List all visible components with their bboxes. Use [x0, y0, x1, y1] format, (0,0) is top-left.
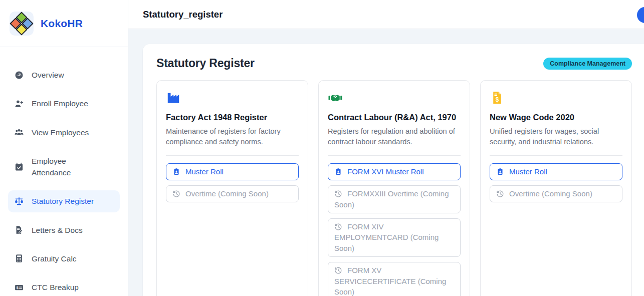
- user-plus-icon: [14, 99, 24, 109]
- file-signature-icon: [14, 225, 24, 235]
- history-icon: [334, 266, 342, 274]
- sidebar-item-overview[interactable]: Overview: [8, 64, 120, 86]
- compliance-management-badge: Compliance Management: [543, 58, 632, 70]
- sidebar-item-enroll-employee[interactable]: Enroll Employee: [8, 93, 120, 114]
- sidebar-item-view-employees[interactable]: View Employees: [8, 122, 120, 143]
- svg-text:$: $: [17, 286, 19, 290]
- gauge-icon: [14, 70, 24, 80]
- panel-title: Statutory Register: [156, 57, 255, 70]
- form-xvi-muster-roll-button[interactable]: FORM XVI Muster Roll: [328, 163, 461, 180]
- card-title: Factory Act 1948 Register: [166, 113, 299, 122]
- card-divider: [490, 155, 622, 156]
- sidebar-item-employee-attendance[interactable]: Employee Attendance: [8, 150, 120, 184]
- register-cards-grid: Factory Act 1948 RegisterMaintenance of …: [156, 80, 632, 296]
- button-label: Muster Roll: [185, 167, 224, 176]
- brand-name: KokoHR: [41, 18, 83, 30]
- content-area: Statutory Register Compliance Management…: [128, 29, 644, 296]
- sidebar-item-label: Statutory Register: [32, 195, 94, 207]
- sidebar-item-label: Overview: [32, 69, 64, 81]
- panel-header: Statutory Register Compliance Management: [156, 57, 632, 70]
- register-card-factory-act-1948-register: Factory Act 1948 RegisterMaintenance of …: [156, 80, 308, 296]
- muster-roll-button[interactable]: Muster Roll: [166, 163, 299, 180]
- sidebar-item-gratuity-calc[interactable]: Gratuity Calc: [8, 248, 120, 269]
- scale-icon: [14, 196, 24, 206]
- form-xv-servicecertificate-coming-soon-button: FORM XV SERVICECERTIFICATE (Coming Soon): [328, 262, 461, 296]
- card-divider: [328, 155, 461, 156]
- sidebar-item-statutory-register[interactable]: Statutory Register: [8, 190, 120, 212]
- statutory-register-panel: Statutory Register Compliance Management…: [143, 44, 644, 296]
- page-title: Statutory_register: [143, 9, 223, 20]
- card-title: New Wage Code 2020: [490, 113, 622, 122]
- sidebar-item-label: View Employees: [32, 127, 89, 138]
- sidebar-item-ctc-breakup[interactable]: $CTC Breakup: [8, 276, 120, 296]
- app-window: KokoHR OverviewEnroll EmployeeView Emplo…: [0, 0, 644, 296]
- invoice-dollar-icon: $: [490, 90, 622, 105]
- button-label: FORM XV SERVICECERTIFICATE (Coming Soon): [334, 266, 446, 296]
- user-avatar[interactable]: [637, 7, 644, 23]
- button-label: FORM XVI Muster Roll: [347, 167, 424, 176]
- sidebar-item-label: Employee Attendance: [32, 155, 82, 179]
- factory-icon: [166, 90, 299, 105]
- form-xiv-employmentcard-coming-soon-button: FORM XIV EMPLOYMENTCARD (Coming Soon): [328, 218, 461, 257]
- formxxiii-overtime-coming-soon-button: FORMXXIII Overtime (Coming Soon): [328, 185, 461, 213]
- id-badge-icon: [172, 168, 180, 176]
- sidebar-item-letters-docs[interactable]: Letters & Docs: [8, 219, 120, 241]
- register-card-new-wage-code-2020: $New Wage Code 2020Unified registers for…: [480, 80, 632, 296]
- card-description: Maintenance of registers for factory com…: [166, 126, 299, 147]
- card-actions: Muster RollOvertime (Coming Soon): [490, 163, 622, 202]
- kokohr-logo-icon: [9, 11, 34, 36]
- sidebar-item-label: CTC Breakup: [32, 281, 79, 293]
- button-label: Overtime (Coming Soon): [185, 189, 269, 198]
- money-check-icon: $: [14, 282, 24, 292]
- handshake-icon: [328, 90, 461, 105]
- history-icon: [334, 223, 342, 231]
- calculator-icon: [14, 253, 24, 263]
- button-label: Muster Roll: [509, 167, 547, 176]
- overtime-coming-soon-button: Overtime (Coming Soon): [490, 185, 622, 202]
- button-label: FORMXXIII Overtime (Coming Soon): [334, 189, 449, 209]
- card-divider: [166, 155, 299, 156]
- overtime-coming-soon-button: Overtime (Coming Soon): [166, 185, 299, 202]
- history-icon: [496, 190, 504, 198]
- main-area: Statutory_register Statutory Register Co…: [128, 0, 644, 296]
- card-description: Unified registers for wages, social secu…: [490, 126, 622, 147]
- history-icon: [172, 190, 180, 198]
- sidebar-nav: OverviewEnroll EmployeeView EmployeesEmp…: [0, 47, 128, 296]
- users-icon: [14, 127, 24, 137]
- svg-text:$: $: [496, 96, 499, 103]
- card-description: Registers for regulation and abolition o…: [328, 126, 461, 147]
- button-label: FORM XIV EMPLOYMENTCARD (Coming Soon): [334, 222, 439, 253]
- id-badge-icon: [496, 168, 504, 176]
- top-bar: Statutory_register: [128, 0, 644, 29]
- id-badge-icon: [334, 168, 342, 176]
- muster-roll-button[interactable]: Muster Roll: [490, 163, 622, 180]
- brand-header: KokoHR: [0, 0, 128, 47]
- sidebar-item-label: Enroll Employee: [32, 98, 88, 109]
- sidebar: KokoHR OverviewEnroll EmployeeView Emplo…: [0, 0, 128, 296]
- button-label: Overtime (Coming Soon): [509, 189, 592, 198]
- calendar-check-icon: [14, 162, 24, 172]
- card-actions: FORM XVI Muster RollFORMXXIII Overtime (…: [328, 163, 461, 296]
- sidebar-item-label: Gratuity Calc: [32, 253, 77, 264]
- card-actions: Muster RollOvertime (Coming Soon): [166, 163, 299, 202]
- register-card-contract-labour-r-a-act-1970: Contract Labour (R&A) Act, 1970Registers…: [318, 80, 470, 296]
- sidebar-item-label: Letters & Docs: [32, 224, 83, 236]
- history-icon: [334, 190, 342, 198]
- card-title: Contract Labour (R&A) Act, 1970: [328, 113, 461, 122]
